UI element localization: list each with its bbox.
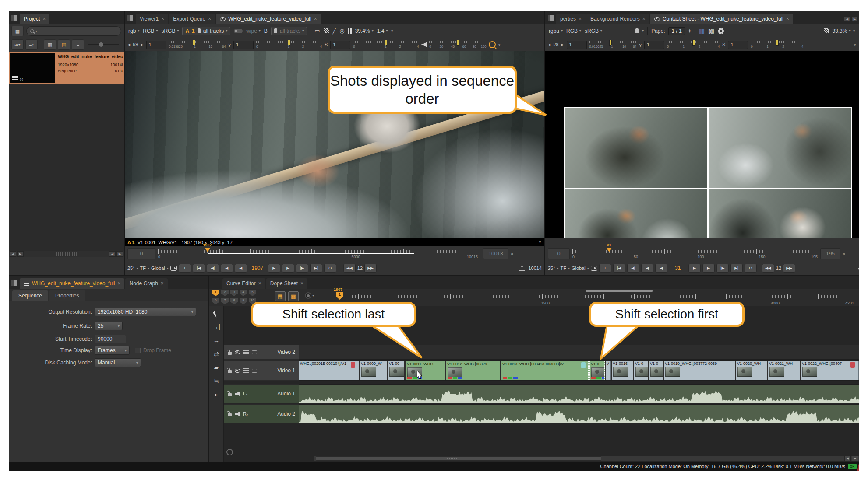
speaker-icon[interactable] xyxy=(421,42,427,47)
tab-properties[interactable]: perties× xyxy=(556,14,586,24)
track-content-audio2[interactable] xyxy=(299,404,859,424)
audio-channel-label[interactable]: L▾ xyxy=(243,391,247,396)
prev-fstop-icon[interactable]: ◀ xyxy=(127,43,130,47)
pane-menu-icon[interactable] xyxy=(11,15,17,21)
color-sample-icon[interactable] xyxy=(489,41,496,48)
next-fstop-icon[interactable]: ▶ xyxy=(141,43,143,47)
timeline-marker-8[interactable]: 8 xyxy=(230,298,238,304)
track-content-video2[interactable] xyxy=(299,345,859,360)
razor-tool-icon[interactable]: ▰ xyxy=(214,364,219,371)
playhead-icon[interactable] xyxy=(607,248,612,255)
close-icon[interactable]: × xyxy=(208,16,211,22)
gain-input[interactable]: 1 xyxy=(146,41,166,49)
gain-slider[interactable]: 0.015625 1 10 64 xyxy=(169,40,226,49)
eye-icon[interactable] xyxy=(235,350,240,354)
transport-button[interactable]: ▶ xyxy=(688,264,701,273)
tab-sequence-editor[interactable]: WHG_edit_nuke_feature_video_full × xyxy=(20,278,124,289)
timeline-clip[interactable]: V1-00 xyxy=(388,361,404,380)
timeline-marker-5[interactable]: 5 xyxy=(249,290,256,296)
field-dropdown[interactable]: Frames▾ xyxy=(95,346,130,355)
track-header-video1[interactable]: Video 1 xyxy=(224,360,299,381)
playhead-icon[interactable] xyxy=(205,248,210,255)
contact-grid-icon[interactable]: ▦ xyxy=(699,28,705,34)
tab-viewer1[interactable]: Viewer1× xyxy=(136,14,168,24)
pane-menu-icon[interactable] xyxy=(127,15,133,21)
range-dropdown[interactable]: Global▾ xyxy=(572,266,589,271)
saturation-slider[interactable]: 0 1 2 4 xyxy=(751,40,803,49)
transport-button[interactable]: I xyxy=(179,264,191,273)
channels-dropdown[interactable]: rgb▾ xyxy=(128,28,139,34)
timeline-clip[interactable]: V1-0022_WHG.[00407 xyxy=(801,361,859,380)
tab-export-queue[interactable]: Export Queue× xyxy=(169,14,215,24)
export-icon[interactable] xyxy=(519,266,525,271)
pause-icon[interactable] xyxy=(348,28,352,34)
project-item-sequence[interactable]: ◎ WHG_edit_nuke_feature_video_full 1920x… xyxy=(9,52,124,84)
tab-node-graph[interactable]: Node Graph × xyxy=(125,278,167,289)
current-frame[interactable]: 1907 xyxy=(249,265,266,271)
tab-curve-editor[interactable]: Curve Editor× xyxy=(222,278,265,289)
contact-sheet-image-area[interactable] xyxy=(545,51,859,238)
track-header-audio1[interactable]: L▾ Audio 1 xyxy=(224,384,299,403)
transport-button[interactable]: ◀ xyxy=(235,264,247,273)
fps-dropdown[interactable]: 25*▾ xyxy=(548,266,559,271)
sort-order-button[interactable]: ≡↑ xyxy=(25,39,38,50)
proxy-toggle-icon[interactable] xyxy=(324,28,329,33)
contact-grid-alt-icon[interactable]: ▩ xyxy=(708,28,714,34)
zoom-dropdown[interactable]: 33.3%▾ xyxy=(832,28,850,34)
tab-scroll-right-icon[interactable]: ▶ xyxy=(851,16,858,22)
scrollbar-thumb[interactable] xyxy=(316,456,601,461)
timeline-marker-1[interactable]: 1 xyxy=(212,290,219,296)
more-chevron-icon[interactable]: » xyxy=(852,30,857,32)
tab-contact-sheet[interactable]: Contact Sheet - WHG_edit_nuke_feature_vi… xyxy=(650,14,793,24)
close-icon[interactable]: × xyxy=(300,280,303,287)
out-point-box[interactable]: 195 xyxy=(820,248,840,259)
transport-button[interactable]: ▶| xyxy=(310,264,322,273)
input-a-label[interactable]: A xyxy=(185,28,189,34)
thumbnail-size-slider[interactable] xyxy=(88,40,119,49)
subtab-properties[interactable]: Properties xyxy=(49,290,85,301)
frame-increment[interactable]: 12 xyxy=(357,266,363,271)
transport-button[interactable]: ◀ xyxy=(655,264,667,273)
timeline-hscrollbar[interactable]: ◀ ▶ xyxy=(314,456,859,461)
sort-az-button[interactable]: az▾ xyxy=(11,39,24,50)
timeline-clip[interactable]: V1-0019_WHG.[003772-0039 xyxy=(664,361,735,380)
timeline-marker-4[interactable]: 4 xyxy=(240,290,247,296)
contact-sheet-cell[interactable] xyxy=(709,189,851,238)
grid-view-button[interactable]: ▦ xyxy=(44,39,56,50)
track-header-audio2[interactable]: R▾ Audio 2 xyxy=(224,404,299,424)
timeline-marker-7[interactable]: 7 xyxy=(221,298,229,304)
volume-slider[interactable]: 0 20 40 60 80 100 xyxy=(429,40,486,49)
lock-icon[interactable] xyxy=(228,393,232,396)
gain-input[interactable]: 1 xyxy=(567,41,587,49)
gamma-slider[interactable]: 0 1 2 4 xyxy=(667,40,720,49)
transport-button[interactable]: |◀ xyxy=(613,264,625,273)
contact-sheet-cell[interactable] xyxy=(565,189,707,238)
timeline-marker-2[interactable]: 2 xyxy=(221,290,229,296)
scroll-right-icon[interactable]: ▶ xyxy=(17,251,24,257)
transport-button[interactable]: |▶ xyxy=(296,264,308,273)
timeline-clip[interactable]: V1-0 xyxy=(634,361,648,380)
slide-tool-icon[interactable]: ⇄ xyxy=(214,350,219,357)
transport-button[interactable]: ◀ xyxy=(641,264,653,273)
transport-button[interactable]: ▶| xyxy=(730,264,743,273)
detail-view-button[interactable]: ▤ xyxy=(58,39,70,50)
multiview-grid-icon[interactable]: ▦ xyxy=(275,291,286,301)
guides-icon[interactable]: ◎ xyxy=(339,28,344,34)
saturation-slider[interactable]: 0 1 2 4 xyxy=(353,40,419,49)
trim-tool-icon[interactable]: ↔ xyxy=(213,337,219,344)
more-chevron-icon[interactable]: » xyxy=(390,30,395,32)
more-chevron-icon[interactable]: » xyxy=(498,43,502,46)
transport-button[interactable]: ▶ xyxy=(702,264,715,273)
clip-icon[interactable] xyxy=(635,28,639,33)
timeline-marker-6[interactable]: 6 xyxy=(212,298,219,304)
contact-sheet-cell[interactable] xyxy=(565,108,707,188)
timeline-clip[interactable]: V1-0013_WHG.[003413-003608]/V xyxy=(501,361,589,380)
wipe-dropdown[interactable]: wipe▾ xyxy=(246,28,261,34)
zoom-dropdown[interactable]: 39.4%▾ xyxy=(355,28,374,34)
chevron-down-icon[interactable]: ▼ xyxy=(538,240,542,244)
subtab-sequence[interactable]: Sequence xyxy=(12,290,48,301)
track-header-video2[interactable]: Video 2 xyxy=(224,345,299,360)
display-dropdown[interactable]: RGB▾ xyxy=(566,28,581,34)
scroll-right-icon[interactable]: ▶ xyxy=(852,456,858,462)
lock-icon[interactable] xyxy=(228,370,232,373)
